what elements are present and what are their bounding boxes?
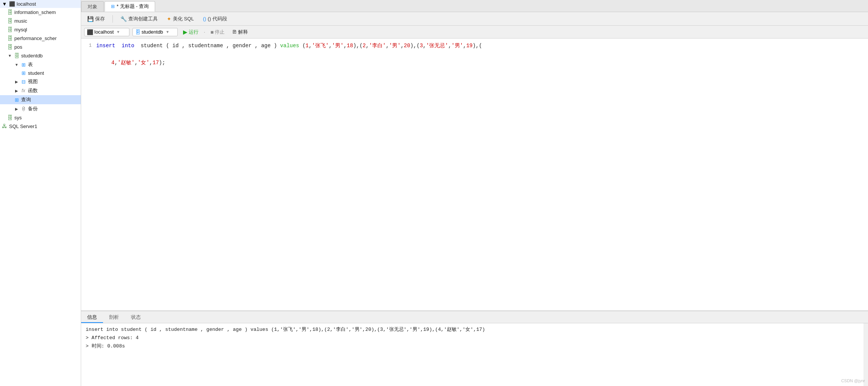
query-builder-label: 查询创建工具 xyxy=(128,15,158,22)
stop-label: 停止 xyxy=(215,29,225,36)
sidebar-label-queries: 查询 xyxy=(21,96,31,103)
expand-arrow-views: ▶ xyxy=(14,80,20,84)
toolbar: 💾 保存 🔧 查询创建工具 ✦ 美化 SQL () () 代码段 xyxy=(81,12,868,26)
output-line-3: > 时间: 0.008s xyxy=(86,342,863,350)
explain-button[interactable]: 🖹 解释 xyxy=(230,28,250,36)
sidebar-label-sqlserver1: SQL Server1 xyxy=(9,124,37,129)
run-separator: · xyxy=(204,29,205,35)
explain-label: 解释 xyxy=(238,29,248,36)
tab-objects[interactable]: 对象 xyxy=(81,1,104,12)
sql-editor[interactable]: 1 insert into student ( id , studentname… xyxy=(81,39,868,310)
bottom-tab-info[interactable]: 信息 xyxy=(81,312,103,323)
tab-query[interactable]: ⊞ * 无标题 - 查询 xyxy=(105,1,155,12)
save-label: 保存 xyxy=(95,15,105,22)
beautify-sql-button[interactable]: ✦ 美化 SQL xyxy=(164,14,197,23)
db-icon-information-schema: 🗄 xyxy=(7,9,13,15)
bottom-tab-bar: 信息 剖析 状态 xyxy=(81,311,868,323)
expand-arrow-studentdb: ▼ xyxy=(7,54,13,58)
code-snippet-icon: () xyxy=(203,16,206,22)
sidebar-label-views: 视图 xyxy=(28,78,38,85)
db-selector-icon: 🗄 xyxy=(135,29,140,35)
sidebar-label-pos: pos xyxy=(14,44,22,50)
bottom-scrollbar[interactable] xyxy=(863,323,868,386)
sidebar-label-student: student xyxy=(28,70,44,76)
beautify-icon: ✦ xyxy=(167,16,171,22)
view-icon: ⊟ xyxy=(20,79,26,85)
db-icon-music: 🗄 xyxy=(7,18,13,24)
tab-query-icon: ⊞ xyxy=(111,4,115,9)
code-snippet-label: () 代码段 xyxy=(208,15,227,22)
save-icon: 💾 xyxy=(87,16,94,22)
bottom-tab-info-label: 信息 xyxy=(87,314,97,320)
sidebar-label-studentdb: studentdb xyxy=(21,53,43,59)
line-number-1: 1 xyxy=(81,42,96,50)
sidebar-item-performance-schema[interactable]: 🗄 performance_scher xyxy=(0,34,81,43)
save-button[interactable]: 💾 保存 xyxy=(84,14,108,23)
sidebar-item-localhost[interactable]: ▼ ⬛ localhost xyxy=(0,0,81,8)
sidebar-label-mysql: mysql xyxy=(14,27,27,32)
output-line-2: > Affected rows: 4 xyxy=(86,334,863,342)
database-value: studentdb xyxy=(142,29,163,35)
bottom-tab-status-label: 状态 xyxy=(131,314,141,320)
stop-button[interactable]: ■ 停止 xyxy=(208,28,227,36)
sidebar-item-pos[interactable]: 🗄 pos xyxy=(0,43,81,51)
code-content-1[interactable]: insert into student ( id , studentname ,… xyxy=(96,42,868,67)
sidebar-item-views[interactable]: ▶ ⊟ 视图 xyxy=(0,77,81,86)
sidebar-item-information-schema[interactable]: 🗄 information_schem xyxy=(0,8,81,17)
sidebar-label-backup: 备份 xyxy=(28,105,38,112)
bottom-panel: 信息 剖析 状态 insert into student ( id , stud… xyxy=(81,310,868,386)
run-button[interactable]: ▶ 运行 xyxy=(181,28,201,36)
explain-icon: 🖹 xyxy=(232,29,237,35)
tab-bar: 对象 ⊞ * 无标题 - 查询 xyxy=(81,0,868,12)
sidebar-item-backup[interactable]: ▶ 🛢 备份 xyxy=(0,104,81,113)
database-selector[interactable]: 🗄 studentdb ▼ xyxy=(132,28,178,36)
beautify-label: 美化 SQL xyxy=(173,15,194,22)
conn-dropdown-arrow: ▼ xyxy=(116,30,120,34)
sidebar-item-music[interactable]: 🗄 music xyxy=(0,17,81,25)
db-icon-pos: 🗄 xyxy=(7,44,13,50)
server-icon: 🖧 xyxy=(2,123,8,129)
sidebar-item-sqlserver1[interactable]: 🖧 SQL Server1 xyxy=(0,122,81,130)
conn-icon: ⬛ xyxy=(87,29,93,35)
tab-query-label: * 无标题 - 查询 xyxy=(117,3,149,10)
sidebar-label-functions: 函数 xyxy=(28,87,38,94)
function-icon: fx xyxy=(20,88,26,93)
sidebar-item-sys[interactable]: 🗄 sys xyxy=(0,113,81,122)
sidebar-item-queries[interactable]: ⊞ 查询 xyxy=(0,95,81,104)
run-label: 运行 xyxy=(189,29,199,36)
connection-value: localhost xyxy=(94,29,114,35)
expand-arrow-backup: ▶ xyxy=(14,107,20,111)
table-icon-student: ⊞ xyxy=(20,70,26,76)
db-dropdown-arrow: ▼ xyxy=(166,30,169,34)
sidebar-label-sys: sys xyxy=(14,115,22,120)
connection-selector[interactable]: ⬛ localhost ▼ xyxy=(84,28,129,36)
sidebar-item-tables[interactable]: ▼ ⊞ 表 xyxy=(0,60,81,69)
query-icon: ⊞ xyxy=(14,97,20,103)
query-builder-icon: 🔧 xyxy=(120,16,127,22)
localhost-icon: ⬛ xyxy=(9,1,15,7)
sidebar-label-information-schema: information_schem xyxy=(14,9,56,15)
bottom-tab-profile[interactable]: 剖析 xyxy=(103,312,125,323)
sidebar-item-functions[interactable]: ▶ fx 函数 xyxy=(0,86,81,95)
code-snippet-button[interactable]: () () 代码段 xyxy=(200,14,230,23)
run-icon: ▶ xyxy=(183,29,188,36)
bottom-tab-status[interactable]: 状态 xyxy=(125,312,147,323)
db-icon-studentdb: 🗄 xyxy=(14,52,20,59)
code-line-1: 1 insert into student ( id , studentname… xyxy=(81,42,868,67)
bottom-content: insert into student ( id , studentname ,… xyxy=(81,323,868,386)
expand-arrow-localhost: ▼ xyxy=(2,1,8,7)
sidebar-item-student[interactable]: ⊞ student xyxy=(0,69,81,77)
db-icon-performance-schema: 🗄 xyxy=(7,35,13,42)
db-icon-mysql: 🗄 xyxy=(7,26,13,33)
tab-objects-label: 对象 xyxy=(88,3,97,10)
toolbar-separator-1 xyxy=(112,15,113,23)
sidebar-item-studentdb[interactable]: ▼ 🗄 studentdb xyxy=(0,51,81,60)
db-icon-sys: 🗄 xyxy=(7,114,13,121)
bottom-tab-profile-label: 剖析 xyxy=(109,314,119,320)
query-builder-button[interactable]: 🔧 查询创建工具 xyxy=(117,14,161,23)
sidebar-item-mysql[interactable]: 🗄 mysql xyxy=(0,25,81,34)
sidebar-label-localhost: localhost xyxy=(17,1,36,7)
expand-arrow-functions: ▶ xyxy=(14,89,20,93)
output-line-1: insert into student ( id , studentname ,… xyxy=(86,326,863,334)
expand-arrow-tables: ▼ xyxy=(14,63,20,67)
